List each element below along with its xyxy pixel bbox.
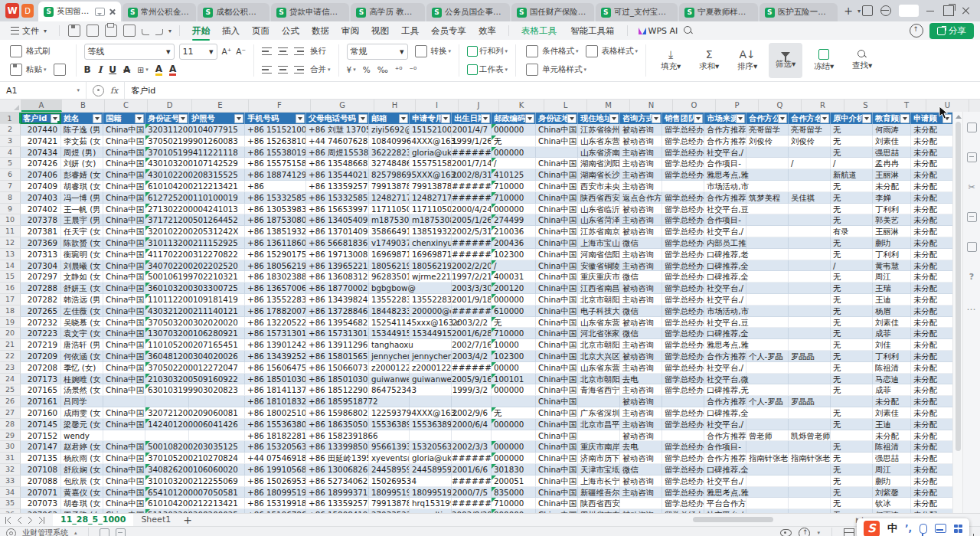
row-header-15[interactable]: 15 (0, 271, 21, 283)
cell[interactable]: 000000 (492, 124, 536, 136)
cell[interactable]: 207369 (21, 237, 61, 249)
cell[interactable]: 郭美艺 (873, 214, 911, 226)
convert-button[interactable]: 转换▾ (413, 45, 452, 57)
cell[interactable] (620, 498, 662, 509)
cell[interactable] (746, 362, 789, 374)
cell[interactable]: 留学总经办 (662, 204, 704, 215)
cell[interactable]: 陈歆赟 (女 (61, 237, 103, 249)
filter-dropdown-icon[interactable] (234, 114, 243, 123)
cell[interactable]: 被动咨询 (620, 136, 662, 147)
cell[interactable]: 无 (831, 271, 873, 283)
cell[interactable]: 117110505 (410, 204, 452, 215)
cell[interactable]: China中国 (103, 214, 145, 226)
cell[interactable]: China中国 (103, 464, 145, 476)
cell[interactable] (746, 226, 789, 237)
cell[interactable]: 广东省深圳 (578, 407, 620, 419)
cell[interactable]: 169698712 (410, 249, 452, 260)
cell[interactable]: 370502199901260083 (145, 136, 189, 147)
cell[interactable]: 合作方推荐 (704, 351, 746, 362)
cell[interactable] (789, 374, 831, 385)
row-header-10[interactable]: 10 (0, 214, 21, 226)
cell[interactable]: 去电 (620, 374, 662, 385)
cell[interactable]: 留学总经办 (662, 237, 704, 249)
cell[interactable]: China中国 (536, 249, 578, 260)
cell[interactable]: 207108 (21, 464, 61, 476)
column-header-F[interactable]: F (249, 100, 311, 112)
align-left-icon[interactable] (262, 66, 272, 74)
cell[interactable]: 主动咨询 (620, 169, 662, 181)
cell[interactable]: 指南针张老 (789, 453, 831, 464)
cell[interactable]: 微信 (620, 306, 662, 317)
cell[interactable]: 王迪 (873, 419, 911, 430)
cell[interactable]: 河北省张家 (578, 328, 620, 339)
cell[interactable]: China中国 (103, 362, 145, 374)
cell[interactable]: China中国 (103, 283, 145, 294)
cell[interactable] (746, 181, 789, 192)
cell[interactable]: 未分配 (873, 396, 911, 407)
font-color-button[interactable]: A (169, 64, 176, 76)
cell[interactable]: 筑梦美程 (746, 192, 789, 204)
eye-icon[interactable] (780, 529, 792, 536)
fill-button[interactable]: ⤓填充▾ (654, 43, 688, 78)
cell[interactable]: China中国 (103, 294, 145, 306)
cell[interactable]: China中国 (536, 464, 578, 476)
cell[interactable]: 主动咨询 (620, 339, 662, 351)
cell[interactable]: +86 18141137 (245, 384, 306, 396)
outline-icon[interactable] (116, 528, 126, 536)
column-header-D[interactable]: D (148, 100, 192, 112)
cell[interactable]: 王一帆 (男 (61, 204, 103, 215)
cell[interactable]: 微信 (620, 237, 662, 249)
header-cell[interactable]: 邮箱 (369, 113, 410, 124)
cell[interactable]: 122593794XXX@163. (369, 407, 410, 419)
filter-dropdown-icon[interactable] (694, 114, 703, 123)
cell[interactable]: +86 1396522100 (306, 260, 369, 272)
cell[interactable]: 370105199411221118 (145, 147, 189, 159)
cell[interactable]: 180995191 (369, 487, 410, 498)
cell[interactable]: China中国 (536, 169, 578, 181)
cell[interactable] (789, 317, 831, 328)
cell[interactable]: 强思喆 (873, 453, 911, 464)
cell[interactable]: 未分配 (911, 260, 953, 272)
cell[interactable]: 无 (831, 498, 873, 509)
cell[interactable]: +86 周煜155380 (306, 147, 369, 159)
cell[interactable] (831, 396, 873, 407)
header-cell[interactable]: 销售团队 (662, 113, 704, 124)
cell[interactable]: 244589596 (410, 464, 452, 476)
cell[interactable]: bgbgbow@ (369, 283, 410, 294)
wrap-text-button[interactable]: 换行 (310, 46, 326, 57)
cell[interactable]: 2000/7/5 (452, 487, 492, 498)
cell[interactable]: +86 1851229020 (306, 384, 369, 396)
close-window-button[interactable] (962, 6, 971, 15)
cell[interactable]: 丁利利 (873, 351, 911, 362)
cell[interactable]: 无 (831, 374, 873, 385)
cell[interactable]: 370502200012272047 (145, 362, 189, 374)
cell[interactable]: 留学总经办 (662, 192, 704, 204)
cell[interactable]: +86 13439252 (245, 351, 306, 362)
cell[interactable]: 210303200509160922 (145, 374, 189, 385)
cell[interactable]: China中国 (536, 204, 578, 215)
cell[interactable]: +86 1343982452 (306, 294, 369, 306)
table-style-button[interactable]: 表格样式▾ (583, 45, 639, 57)
cell[interactable]: 207088 (21, 476, 61, 487)
cell[interactable] (789, 328, 831, 339)
cell[interactable] (746, 283, 789, 294)
cell[interactable]: 207426 (21, 158, 61, 169)
cell[interactable]: China中国 (536, 158, 578, 169)
cell[interactable] (789, 204, 831, 215)
cell[interactable]: 成菲 (873, 384, 911, 396)
header-cell[interactable]: 手机号码 (245, 113, 306, 124)
decrease-decimal-button[interactable]: ⁻⁰ (410, 65, 417, 74)
cell[interactable]: 合作方推荐 (704, 430, 746, 442)
cell[interactable]: 244589596 (369, 464, 410, 476)
quickbar-dropdown-icon[interactable]: ▾ (168, 28, 172, 34)
cell[interactable]: / (789, 158, 831, 169)
row-header-7[interactable]: 7 (0, 181, 21, 192)
header-cell[interactable]: 申请专用 (410, 113, 452, 124)
cell[interactable]: 合作项目- (704, 441, 746, 453)
cell[interactable]: +86 18056219 (245, 260, 306, 272)
cell[interactable]: China中国 (103, 306, 145, 317)
cell[interactable] (746, 317, 789, 328)
sheet-tab-Sheet1[interactable]: Sheet1 (133, 514, 178, 526)
cell[interactable]: 未分配 (911, 294, 953, 306)
cell[interactable]: +86 1370140948 (306, 226, 369, 237)
